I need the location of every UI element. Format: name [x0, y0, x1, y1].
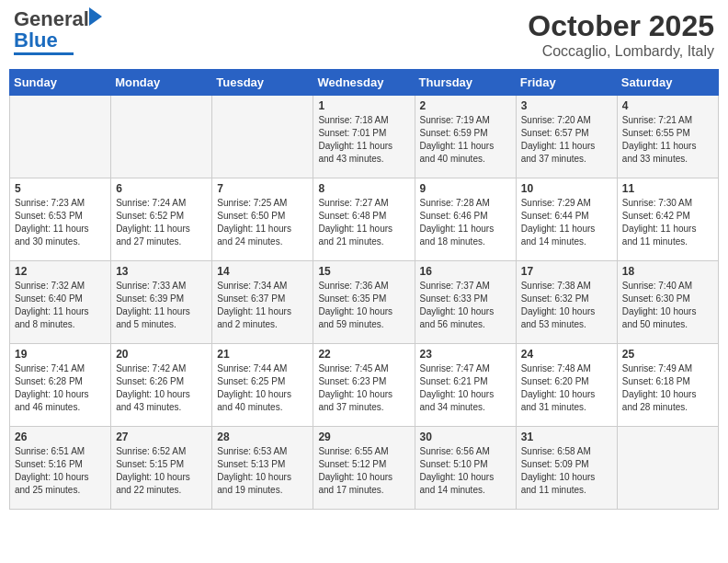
cell-content: Sunrise: 6:52 AMSunset: 5:15 PMDaylight:… [116, 445, 207, 497]
cell-content: Sunrise: 7:32 AMSunset: 6:40 PMDaylight:… [15, 280, 106, 331]
day-number: 7 [217, 182, 308, 195]
day-number: 4 [622, 99, 713, 112]
calendar-cell [212, 96, 313, 178]
col-tuesday: Tuesday [212, 70, 313, 96]
day-number: 1 [318, 99, 409, 112]
calendar-cell: 29Sunrise: 6:55 AMSunset: 5:12 PMDayligh… [313, 427, 415, 510]
day-number: 27 [116, 431, 207, 443]
calendar-week-2: 5Sunrise: 7:23 AMSunset: 6:53 PMDaylight… [10, 178, 719, 261]
col-monday: Monday [111, 70, 212, 96]
title-block: October 2025 Coccaglio, Lombardy, Italy [528, 9, 714, 60]
location-title: Coccaglio, Lombardy, Italy [528, 43, 714, 60]
col-friday: Friday [516, 70, 617, 96]
calendar-cell: 14Sunrise: 7:34 AMSunset: 6:37 PMDayligh… [212, 261, 313, 344]
calendar-cell: 24Sunrise: 7:48 AMSunset: 6:20 PMDayligh… [516, 344, 617, 427]
cell-content: Sunrise: 7:40 AMSunset: 6:30 PMDaylight:… [622, 280, 713, 331]
cell-content: Sunrise: 7:48 AMSunset: 6:20 PMDaylight:… [521, 362, 612, 414]
day-number: 10 [521, 182, 612, 195]
cell-content: Sunrise: 7:19 AMSunset: 6:59 PMDaylight:… [420, 114, 511, 166]
day-number: 26 [15, 431, 106, 443]
cell-content: Sunrise: 6:51 AMSunset: 5:16 PMDaylight:… [15, 445, 106, 497]
cell-content: Sunrise: 7:38 AMSunset: 6:32 PMDaylight:… [521, 280, 612, 331]
calendar-cell: 31Sunrise: 6:58 AMSunset: 5:09 PMDayligh… [516, 427, 617, 510]
day-number: 2 [420, 99, 511, 112]
calendar-cell: 12Sunrise: 7:32 AMSunset: 6:40 PMDayligh… [10, 261, 111, 344]
cell-content: Sunrise: 7:33 AMSunset: 6:39 PMDaylight:… [116, 280, 207, 331]
day-number: 23 [420, 348, 511, 361]
calendar-cell: 16Sunrise: 7:37 AMSunset: 6:33 PMDayligh… [415, 261, 516, 344]
calendar-table: Sunday Monday Tuesday Wednesday Thursday… [9, 69, 719, 510]
day-number: 24 [521, 348, 612, 361]
day-number: 29 [318, 431, 409, 443]
day-number: 28 [217, 431, 308, 443]
calendar-cell [10, 96, 111, 178]
calendar-cell: 6Sunrise: 7:24 AMSunset: 6:52 PMDaylight… [111, 178, 212, 261]
calendar-cell: 28Sunrise: 6:53 AMSunset: 5:13 PMDayligh… [212, 427, 313, 510]
calendar-cell: 5Sunrise: 7:23 AMSunset: 6:53 PMDaylight… [10, 178, 111, 261]
cell-content: Sunrise: 7:18 AMSunset: 7:01 PMDaylight:… [318, 114, 409, 166]
calendar-header-row: Sunday Monday Tuesday Wednesday Thursday… [10, 70, 719, 96]
calendar-cell: 23Sunrise: 7:47 AMSunset: 6:21 PMDayligh… [415, 344, 516, 427]
calendar-cell: 7Sunrise: 7:25 AMSunset: 6:50 PMDaylight… [212, 178, 313, 261]
cell-content: Sunrise: 7:44 AMSunset: 6:25 PMDaylight:… [217, 362, 308, 414]
calendar-cell: 13Sunrise: 7:33 AMSunset: 6:39 PMDayligh… [111, 261, 212, 344]
col-thursday: Thursday [415, 70, 516, 96]
cell-content: Sunrise: 7:21 AMSunset: 6:55 PMDaylight:… [622, 114, 713, 166]
cell-content: Sunrise: 7:29 AMSunset: 6:44 PMDaylight:… [521, 197, 612, 248]
svg-marker-0 [89, 7, 102, 26]
calendar-cell: 17Sunrise: 7:38 AMSunset: 6:32 PMDayligh… [516, 261, 617, 344]
header: General Blue October 2025 Coccaglio, Lom… [9, 9, 719, 60]
cell-content: Sunrise: 7:45 AMSunset: 6:23 PMDaylight:… [318, 362, 409, 414]
day-number: 13 [116, 265, 207, 278]
day-number: 6 [116, 182, 207, 195]
day-number: 17 [521, 265, 612, 278]
day-number: 18 [622, 265, 713, 278]
calendar-cell: 20Sunrise: 7:42 AMSunset: 6:26 PMDayligh… [111, 344, 212, 427]
cell-content: Sunrise: 6:56 AMSunset: 5:10 PMDaylight:… [420, 445, 511, 497]
day-number: 5 [15, 182, 106, 195]
day-number: 19 [15, 348, 106, 361]
day-number: 14 [217, 265, 308, 278]
calendar-week-1: 1Sunrise: 7:18 AMSunset: 7:01 PMDaylight… [10, 96, 719, 178]
day-number: 31 [521, 431, 612, 443]
calendar-cell: 25Sunrise: 7:49 AMSunset: 6:18 PMDayligh… [617, 344, 718, 427]
calendar-cell: 22Sunrise: 7:45 AMSunset: 6:23 PMDayligh… [313, 344, 415, 427]
calendar-cell: 2Sunrise: 7:19 AMSunset: 6:59 PMDaylight… [415, 96, 516, 178]
logo-general: General [14, 7, 89, 30]
calendar-cell: 26Sunrise: 6:51 AMSunset: 5:16 PMDayligh… [10, 427, 111, 510]
day-number: 30 [420, 431, 511, 443]
calendar-cell: 3Sunrise: 7:20 AMSunset: 6:57 PMDaylight… [516, 96, 617, 178]
cell-content: Sunrise: 6:53 AMSunset: 5:13 PMDaylight:… [217, 445, 308, 497]
day-number: 21 [217, 348, 308, 361]
day-number: 25 [622, 348, 713, 361]
cell-content: Sunrise: 7:28 AMSunset: 6:46 PMDaylight:… [420, 197, 511, 248]
calendar-cell: 11Sunrise: 7:30 AMSunset: 6:42 PMDayligh… [617, 178, 718, 261]
col-saturday: Saturday [617, 70, 718, 96]
calendar-cell: 30Sunrise: 6:56 AMSunset: 5:10 PMDayligh… [415, 427, 516, 510]
logo-arrow-icon [89, 7, 102, 26]
day-number: 9 [420, 182, 511, 195]
cell-content: Sunrise: 7:20 AMSunset: 6:57 PMDaylight:… [521, 114, 612, 166]
col-wednesday: Wednesday [313, 70, 415, 96]
cell-content: Sunrise: 7:30 AMSunset: 6:42 PMDaylight:… [622, 197, 713, 248]
calendar-cell: 9Sunrise: 7:28 AMSunset: 6:46 PMDaylight… [415, 178, 516, 261]
calendar-week-5: 26Sunrise: 6:51 AMSunset: 5:16 PMDayligh… [10, 427, 719, 510]
cell-content: Sunrise: 7:27 AMSunset: 6:48 PMDaylight:… [318, 197, 409, 248]
cell-content: Sunrise: 7:41 AMSunset: 6:28 PMDaylight:… [15, 362, 106, 414]
logo-blue: Blue [14, 29, 58, 52]
calendar-cell: 19Sunrise: 7:41 AMSunset: 6:28 PMDayligh… [10, 344, 111, 427]
logo-underline [14, 52, 74, 55]
calendar-cell: 18Sunrise: 7:40 AMSunset: 6:30 PMDayligh… [617, 261, 718, 344]
calendar-week-3: 12Sunrise: 7:32 AMSunset: 6:40 PMDayligh… [10, 261, 719, 344]
cell-content: Sunrise: 7:47 AMSunset: 6:21 PMDaylight:… [420, 362, 511, 414]
calendar-cell: 8Sunrise: 7:27 AMSunset: 6:48 PMDaylight… [313, 178, 415, 261]
day-number: 16 [420, 265, 511, 278]
cell-content: Sunrise: 7:42 AMSunset: 6:26 PMDaylight:… [116, 362, 207, 414]
calendar-cell: 21Sunrise: 7:44 AMSunset: 6:25 PMDayligh… [212, 344, 313, 427]
cell-content: Sunrise: 7:24 AMSunset: 6:52 PMDaylight:… [116, 197, 207, 248]
calendar-cell [111, 96, 212, 178]
cell-content: Sunrise: 7:25 AMSunset: 6:50 PMDaylight:… [217, 197, 308, 248]
calendar-cell: 15Sunrise: 7:36 AMSunset: 6:35 PMDayligh… [313, 261, 415, 344]
logo: General Blue [14, 9, 89, 55]
cell-content: Sunrise: 7:23 AMSunset: 6:53 PMDaylight:… [15, 197, 106, 248]
